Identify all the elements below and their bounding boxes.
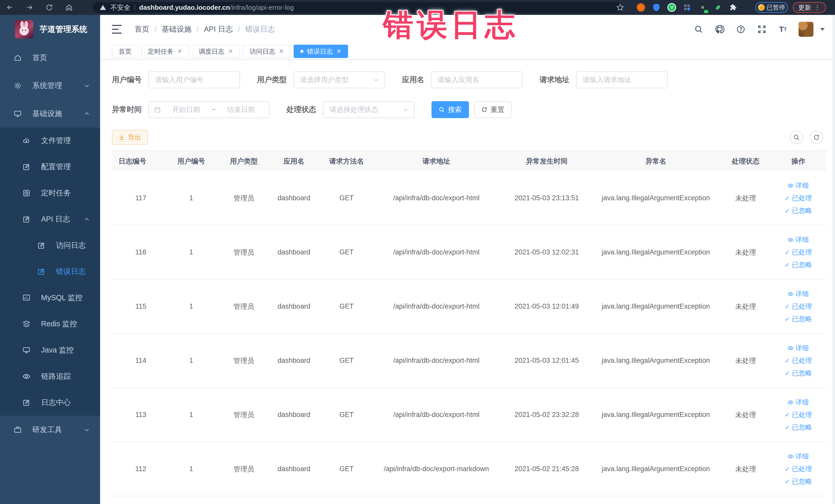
tag-error-log[interactable]: 错误日志✕ (294, 45, 348, 58)
page-scrollbar[interactable] (832, 15, 835, 504)
extension-orange-icon[interactable] (636, 3, 645, 12)
mark-ignored-link[interactable]: ✓已忽略 (785, 315, 812, 323)
detail-link[interactable]: 详细 (788, 289, 809, 298)
search-button[interactable]: 搜索 (431, 101, 469, 118)
user-avatar[interactable] (798, 22, 813, 37)
table-header: 日志编号 用户编号 用户类型 应用名 请求方法名 请求地址 异常发生时间 异常名… (112, 151, 826, 171)
address-bar[interactable]: 不安全 dashboard.yudao.iocoder.cn/infra/log… (93, 2, 622, 13)
refresh-button[interactable] (810, 131, 823, 144)
export-button[interactable]: 导出 (112, 130, 148, 145)
sidebar-item-file-management[interactable]: 文件管理 (0, 127, 100, 154)
app-logo-row[interactable]: 芋道管理系统 (0, 15, 100, 44)
reset-button[interactable]: 重置 (474, 101, 512, 118)
close-icon[interactable]: ✕ (177, 48, 182, 55)
browser-update-button[interactable]: 更新 ⋮ (793, 2, 826, 13)
end-date-placeholder[interactable]: 结束日期 (218, 105, 264, 114)
placeholder-text: 请输入应用名 (437, 75, 479, 84)
breadcrumb-home[interactable]: 首页 (135, 24, 149, 35)
mark-ignored-link[interactable]: ✓已忽略 (785, 206, 812, 215)
cell-method: GET (326, 280, 367, 333)
user-type-label: 用户类型 (257, 75, 287, 85)
extension-on-badge-icon[interactable]: ≡on (698, 3, 707, 12)
request-url-input[interactable]: 请输入请求地址 (576, 72, 668, 88)
mark-processed-link[interactable]: ✓已处理 (785, 194, 812, 203)
tag-scheduled-jobs[interactable]: 定时任务✕ (141, 45, 189, 58)
sidebar-item-system-management[interactable]: 系统管理 (0, 72, 100, 100)
font-size-icon[interactable]: TT (777, 24, 788, 35)
detail-link[interactable]: 详细 (788, 398, 809, 407)
breadcrumb-api-log[interactable]: API 日志 (204, 24, 233, 35)
start-date-placeholder[interactable]: 开始日期 (163, 105, 209, 114)
sidebar-item-tracing[interactable]: 链路追踪 (0, 363, 100, 389)
app-name-input[interactable]: 请输入应用名 (431, 72, 523, 88)
sidebar-item-redis-monitor[interactable]: Redis 监控 (0, 311, 100, 337)
sidebar-item-dev-tools[interactable]: 研发工具 (0, 416, 100, 444)
tag-view-bar: 首页 定时任务✕ 调度日志✕ 访问日志✕ 错误日志✕ (100, 44, 835, 60)
mark-processed-link[interactable]: ✓已处理 (785, 356, 812, 365)
browser-home-icon[interactable] (65, 3, 73, 12)
process-status-select[interactable]: 请选择处理状态 (323, 101, 414, 118)
not-secure-warning-icon[interactable] (100, 4, 106, 11)
sidebar-item-home[interactable]: 首页 (0, 44, 100, 72)
detail-link[interactable]: 详细 (788, 181, 809, 190)
update-label: 更新 (798, 3, 811, 12)
sidebar-collapse-icon[interactable] (112, 25, 122, 34)
mark-processed-link[interactable]: ✓已处理 (785, 464, 812, 473)
tag-schedule-log[interactable]: 调度日志✕ (192, 45, 240, 58)
extensions-puzzle-icon[interactable] (729, 3, 738, 12)
mark-processed-link[interactable]: ✓已处理 (785, 302, 812, 311)
column-header-log-id: 日志编号 (112, 151, 157, 171)
tag-label: 调度日志 (199, 47, 224, 56)
github-icon[interactable] (714, 24, 725, 35)
tag-home[interactable]: 首页 (112, 45, 138, 58)
search-icon[interactable] (693, 24, 704, 35)
fullscreen-icon[interactable] (756, 24, 767, 35)
bookmark-star-icon[interactable] (616, 3, 624, 12)
help-icon[interactable] (735, 24, 746, 35)
sidebar-item-infrastructure[interactable]: 基础设施 (0, 100, 100, 127)
cell-time: 2021-05-02 21:45:28 (506, 442, 588, 496)
detail-link[interactable]: 详细 (788, 452, 809, 461)
sidebar-item-api-log[interactable]: API 日志 (0, 206, 100, 233)
url-text[interactable]: dashboard.yudao.iocoder.cn/infra/log/api… (139, 4, 294, 12)
extension-v-icon[interactable]: V (667, 3, 676, 12)
close-icon[interactable]: ✕ (336, 48, 341, 55)
sidebar-item-mysql-monitor[interactable]: MySQL 监控 (0, 285, 100, 311)
cell-method: GET (326, 442, 367, 496)
detail-link[interactable]: 详细 (788, 344, 809, 352)
user-type-select[interactable]: 请选择用户类型 (293, 72, 385, 88)
mark-processed-link[interactable]: ✓已处理 (785, 410, 812, 419)
browser-reload-icon[interactable] (45, 3, 54, 12)
close-icon[interactable]: ✕ (228, 48, 233, 55)
sidebar-item-java-monitor[interactable]: Java 监控 (0, 337, 100, 363)
user-menu-caret-icon[interactable] (820, 28, 825, 31)
hide-search-button[interactable] (790, 131, 803, 144)
close-icon[interactable]: ✕ (279, 48, 284, 55)
exception-time-range-picker[interactable]: 开始日期 ~ 结束日期 (148, 101, 269, 118)
sidebar-item-scheduled-jobs[interactable]: 定时任务 (0, 180, 100, 206)
mark-ignored-link[interactable]: ✓已忽略 (785, 477, 812, 486)
extension-shield-icon[interactable] (652, 3, 661, 12)
download-icon (119, 134, 125, 140)
detail-link[interactable]: 详细 (788, 235, 809, 244)
exception-time-label: 异常时间 (112, 104, 142, 115)
breadcrumb-infrastructure[interactable]: 基础设施 (162, 24, 191, 35)
sidebar-item-config-management[interactable]: 配置管理 (0, 154, 100, 180)
cell-user-id: 1 (157, 171, 226, 225)
browser-menu-kebab-icon[interactable]: ⋮ (814, 6, 820, 9)
mark-ignored-link[interactable]: ✓已忽略 (785, 423, 812, 432)
mark-processed-link[interactable]: ✓已处理 (785, 248, 812, 257)
browser-forward-icon[interactable] (25, 3, 34, 12)
paused-profile-chip[interactable]: ☺ 已暂停 (755, 2, 788, 13)
extension-leaf-icon[interactable] (714, 3, 722, 12)
user-id-input[interactable]: 请输入用户编号 (148, 72, 240, 88)
extension-grid-icon[interactable] (683, 3, 692, 12)
sidebar-item-error-log[interactable]: 错误日志 (0, 259, 100, 285)
sidebar-item-access-log[interactable]: 访问日志 (0, 233, 100, 259)
tag-access-log[interactable]: 访问日志✕ (243, 45, 290, 58)
sidebar-item-log-center[interactable]: 日志中心 (0, 389, 100, 416)
sidebar-item-label: 基础设施 (32, 108, 62, 119)
browser-back-icon[interactable] (6, 3, 14, 12)
mark-ignored-link[interactable]: ✓已忽略 (785, 260, 812, 269)
mark-ignored-link[interactable]: ✓已忽略 (785, 369, 812, 378)
